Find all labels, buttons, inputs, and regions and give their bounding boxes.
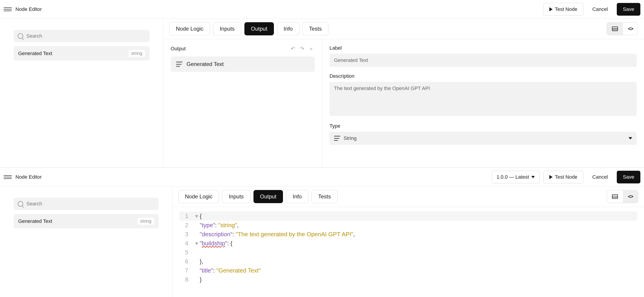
tab-inputs[interactable]: Inputs: [222, 190, 250, 203]
type-select[interactable]: String: [330, 132, 637, 145]
test-node-label: Test Node: [555, 174, 577, 180]
chevron-down-icon: [628, 137, 632, 139]
code-line[interactable]: 8}: [179, 275, 637, 284]
code-line[interactable]: 4▾ "buildship": {: [179, 239, 637, 248]
rows-icon: [612, 194, 618, 199]
code-line[interactable]: 7 "title": "Generated Text": [179, 266, 637, 275]
test-node-button[interactable]: Test Node: [543, 171, 584, 183]
label-label: Label: [330, 45, 637, 51]
sidebar-item-label: Generated Text: [18, 218, 52, 224]
header-title: Node Editor: [16, 6, 543, 12]
chevron-down-icon: [531, 176, 535, 178]
sidebar-item-generated-text[interactable]: Generated Text string: [14, 214, 158, 228]
tab-tests[interactable]: Tests: [312, 190, 338, 203]
view-code-button[interactable]: <>: [623, 23, 638, 35]
output-card[interactable]: Generated Text: [171, 56, 315, 72]
code-line[interactable]: 5: [179, 248, 637, 257]
code-line[interactable]: 2 "type": "string",: [179, 221, 637, 230]
tabs-row-top: Node Logic Inputs Output Info Tests <>: [164, 18, 644, 39]
panel-top: Node Editor Test Node Cancel Save Genera…: [0, 0, 644, 168]
play-icon: [549, 7, 552, 11]
search-input-wrap[interactable]: [14, 198, 158, 210]
code-content: "buildship": {: [200, 239, 232, 248]
version-select[interactable]: 1.0.0 — Latest: [492, 171, 540, 183]
search-input[interactable]: [26, 201, 154, 207]
cancel-button[interactable]: Cancel: [586, 171, 614, 183]
sidebar-bottom: Generated Text string: [0, 186, 172, 297]
line-number: 6: [179, 257, 188, 266]
sidebar-top: Generated Text string: [0, 18, 164, 168]
menu-icon[interactable]: [4, 5, 12, 13]
code-content: },: [200, 257, 203, 266]
code-line[interactable]: 6 },: [179, 257, 637, 266]
description-input[interactable]: [330, 82, 637, 116]
code-editor[interactable]: 1▾{2 "type": "string",3 "description": "…: [172, 207, 644, 297]
header-bottom: Node Editor 1.0.0 — Latest Test Node Can…: [0, 168, 644, 186]
fold-caret-icon[interactable]: ▾: [195, 212, 200, 221]
version-label: 1.0.0 — Latest: [496, 174, 529, 180]
header-top: Node Editor Test Node Cancel Save: [0, 0, 644, 18]
tab-inputs[interactable]: Inputs: [213, 22, 241, 35]
description-label: Description: [330, 73, 637, 79]
panel-bottom: Node Editor 1.0.0 — Latest Test Node Can…: [0, 168, 644, 297]
tab-output[interactable]: Output: [254, 190, 283, 203]
play-icon: [549, 175, 552, 179]
view-form-button[interactable]: [607, 190, 623, 203]
output-title: Output: [171, 46, 288, 52]
header-title: Node Editor: [16, 174, 492, 180]
tab-tests[interactable]: Tests: [302, 22, 328, 35]
code-content: "description": "The text generated by th…: [200, 230, 355, 239]
test-node-button[interactable]: Test Node: [543, 3, 584, 16]
code-content: {: [200, 212, 202, 221]
code-icon: <>: [628, 26, 633, 32]
view-form-button[interactable]: [607, 23, 623, 35]
save-button[interactable]: Save: [617, 3, 640, 16]
output-card-label: Generated Text: [186, 61, 224, 67]
fold-caret-icon[interactable]: ▾: [195, 239, 200, 248]
code-icon: <>: [628, 194, 633, 200]
line-number: 5: [179, 248, 188, 257]
add-icon[interactable]: ＋: [308, 45, 315, 52]
text-icon: [176, 62, 182, 67]
code-line[interactable]: 3 "description": "The text generated by …: [179, 230, 637, 239]
tab-node-logic[interactable]: Node Logic: [178, 190, 219, 203]
fold-caret-icon: [195, 266, 200, 275]
line-number: 7: [179, 266, 188, 275]
label-input[interactable]: [330, 54, 637, 67]
view-code-button[interactable]: <>: [623, 190, 638, 203]
menu-icon[interactable]: [4, 173, 12, 181]
fold-caret-icon: [195, 221, 200, 230]
line-number: 8: [179, 275, 188, 284]
line-number: 1: [179, 212, 188, 221]
fold-caret-icon: [195, 275, 200, 284]
save-button[interactable]: Save: [617, 171, 640, 183]
tab-info[interactable]: Info: [286, 190, 308, 203]
fold-caret-icon: [195, 257, 200, 266]
tab-info[interactable]: Info: [277, 22, 299, 35]
undo-icon[interactable]: ↶: [289, 45, 296, 52]
search-icon: [18, 33, 23, 39]
line-number: 4: [179, 239, 188, 248]
code-line[interactable]: 1▾{: [179, 212, 637, 221]
sidebar-item-type: string: [138, 218, 154, 225]
sidebar-item-label: Generated Text: [18, 50, 52, 56]
tabs-row-bottom: Node Logic Inputs Output Info Tests <>: [172, 186, 644, 207]
view-toggle: <>: [607, 190, 638, 203]
code-content: "type": "string",: [200, 221, 238, 230]
search-input[interactable]: [26, 33, 146, 39]
line-number: 3: [179, 230, 188, 239]
text-icon: [334, 136, 340, 141]
sidebar-item-generated-text[interactable]: Generated Text string: [14, 46, 150, 60]
test-node-label: Test Node: [555, 6, 577, 12]
type-label: Type: [330, 123, 637, 129]
search-icon: [18, 201, 23, 207]
redo-icon[interactable]: ↷: [298, 45, 306, 52]
sidebar-item-type: string: [128, 50, 145, 57]
code-content: "title": "Generated Text": [200, 266, 261, 275]
search-input-wrap[interactable]: [14, 30, 150, 42]
cancel-button[interactable]: Cancel: [586, 3, 614, 16]
fold-caret-icon: [195, 248, 200, 257]
tab-output[interactable]: Output: [244, 22, 274, 35]
type-value: String: [344, 135, 626, 141]
tab-node-logic[interactable]: Node Logic: [169, 22, 210, 35]
